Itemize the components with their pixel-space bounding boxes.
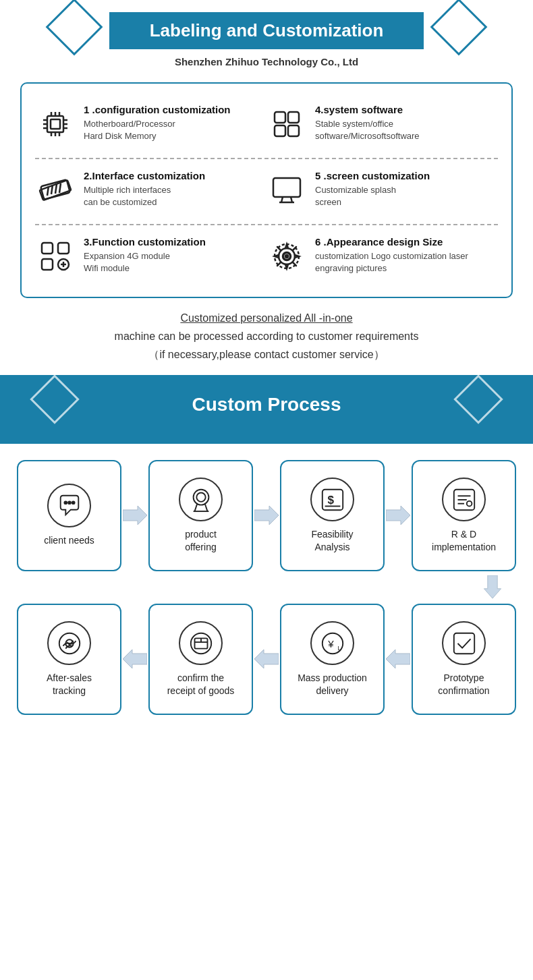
chat-icon: [47, 484, 91, 527]
award-icon: [179, 478, 223, 521]
svg-text:¥: ¥: [327, 638, 334, 650]
monitor-icon: [266, 170, 307, 210]
process-card-rd: R & Dimplementation: [412, 460, 516, 571]
memory-icon: [35, 170, 76, 210]
rd-icon: [442, 478, 486, 521]
custom-desc-system: Stable system/office software/Microsofts…: [315, 118, 498, 142]
svg-rect-28: [42, 243, 53, 254]
svg-rect-70: [453, 633, 474, 654]
svg-marker-60: [123, 650, 147, 668]
custom-item-interface: 2.Interface customization Multiple rich …: [35, 170, 266, 210]
desc-line3: （if necessary,please contact customer se…: [148, 349, 384, 360]
client-label: client needs: [44, 534, 94, 546]
svg-text:$: $: [327, 494, 334, 507]
custom-desc-interface: Multiple rich interfacescan be customize…: [84, 184, 266, 208]
svg-rect-1: [51, 119, 60, 129]
custom-title-interface: 2.Interface customization: [84, 170, 266, 181]
custom-text-appearance: 6 .Appearance design Size customization …: [315, 236, 498, 275]
process-card-feasibility: $ FeasibilityAnalysis: [280, 460, 385, 571]
description-text: Customized personalized All -in-one mach…: [20, 309, 513, 364]
process-title: Custom Process: [152, 384, 382, 425]
desc-line1: Customized personalized All -in-one: [180, 312, 352, 324]
arrow-3: [385, 506, 412, 525]
svg-line-21: [55, 184, 57, 194]
custom-title-function: 3.Function customization: [84, 236, 266, 248]
header-diamond-left: [46, 0, 103, 55]
confirm-receipt-label: confirm thereceipt of goods: [167, 672, 235, 696]
svg-marker-65: [254, 650, 279, 668]
svg-marker-69: [386, 650, 410, 668]
gear-icon: [266, 236, 307, 277]
custom-title-screen: 5 .screen customization: [315, 170, 498, 181]
cpu-icon: [35, 104, 76, 144]
apps-icon: [266, 104, 307, 144]
svg-point-61: [190, 633, 211, 654]
custom-item-config: 1 .configuration customization Motherboa…: [35, 104, 266, 144]
arrow-2: [253, 506, 280, 525]
svg-line-46: [204, 504, 207, 511]
svg-rect-15: [288, 112, 299, 123]
process-card-product: productoffering: [148, 460, 253, 571]
svg-point-39: [64, 501, 67, 504]
customization-box: 1 .configuration customization Motherboa…: [20, 82, 513, 298]
svg-text:L: L: [337, 644, 341, 651]
arrow-1: [121, 506, 148, 525]
svg-point-41: [72, 501, 74, 504]
handshake-icon: [47, 621, 91, 665]
process-flow: client needs productoffering: [0, 444, 533, 731]
svg-point-38: [285, 255, 288, 258]
svg-line-22: [59, 183, 61, 193]
svg-rect-14: [275, 112, 285, 123]
custom-row-3: 3.Function customization Expansion 4G mo…: [35, 224, 498, 285]
svg-point-44: [196, 492, 205, 501]
custom-desc-config: Motherboard/ProcessorHard Disk Memory: [84, 118, 266, 142]
process-section: Custom Process: [0, 375, 533, 444]
arrow-left-2: [253, 650, 280, 668]
svg-rect-16: [275, 125, 285, 136]
custom-item-screen: 5 .screen customization Customizable spl…: [266, 170, 498, 210]
box-icon: [179, 621, 223, 665]
process-card-client: client needs: [17, 460, 121, 571]
custom-title-system: 4.system software: [315, 104, 498, 115]
feasibility-label: FeasibilityAnalysis: [311, 528, 353, 552]
custom-desc-screen: Customizable splashscreen: [315, 184, 498, 208]
arrow-left-1: [121, 650, 148, 668]
custom-title-appearance: 6 .Appearance design Size: [315, 236, 498, 248]
svg-line-45: [194, 504, 197, 511]
process-card-prototype: Prototypeconfirmation: [412, 604, 516, 715]
check-icon: [442, 621, 486, 665]
custom-item-system: 4.system software Stable system/office s…: [266, 104, 498, 144]
svg-marker-48: [254, 506, 279, 525]
svg-rect-30: [42, 259, 53, 270]
svg-marker-51: [386, 506, 410, 525]
svg-rect-0: [47, 116, 63, 132]
custom-desc-appearance: customization Logo customization laser e…: [315, 250, 498, 275]
custom-text-screen: 5 .screen customization Customizable spl…: [315, 170, 498, 208]
svg-rect-17: [288, 125, 299, 136]
analysis-icon: $: [310, 478, 354, 521]
custom-row-2: 2.Interface customization Multiple rich …: [35, 158, 498, 219]
custom-desc-function: Expansion 4G moduleWifi module: [84, 250, 266, 275]
yen-icon: ¥ L: [310, 621, 354, 665]
mass-production-label: Mass productiondelivery: [298, 672, 367, 696]
header-section: Labeling and Customization Shenzhen Zhih…: [0, 0, 533, 73]
desc-line2: machine can be processed according to cu…: [115, 330, 419, 342]
svg-point-56: [466, 501, 472, 507]
svg-rect-24: [273, 178, 300, 197]
down-arrow: [13, 575, 520, 600]
process-row-2: After-salestracking confirm thereceipt o…: [13, 604, 520, 715]
custom-text-system: 4.system software Stable system/office s…: [315, 104, 498, 142]
arrow-left-3: [385, 650, 412, 668]
svg-rect-29: [58, 243, 69, 254]
rd-label: R & Dimplementation: [432, 528, 496, 552]
prototype-label: Prototypeconfirmation: [438, 672, 489, 696]
process-card-aftersales: After-salestracking: [17, 604, 121, 715]
svg-point-43: [193, 490, 208, 505]
process-diamond-left: [30, 374, 80, 424]
custom-text-interface: 2.Interface customization Multiple rich …: [84, 170, 266, 208]
custom-item-function: 3.Function customization Expansion 4G mo…: [35, 236, 266, 277]
header-diamond-right: [430, 0, 488, 55]
svg-marker-42: [123, 506, 147, 525]
process-card-mass-production: ¥ L Mass productiondelivery: [280, 604, 385, 715]
function-icon: [35, 236, 76, 277]
